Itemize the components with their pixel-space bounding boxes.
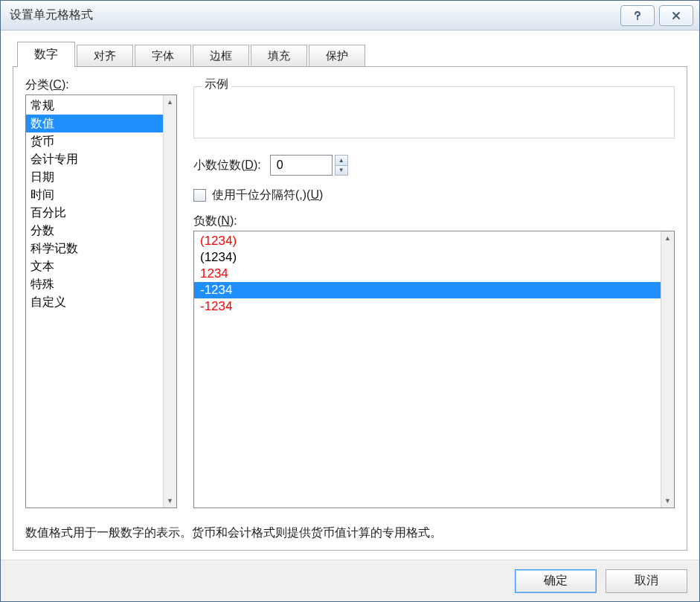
scroll-up-button[interactable]: ▲ <box>165 97 176 107</box>
decimal-input[interactable] <box>270 155 333 176</box>
category-label: 分类(C): <box>25 77 177 93</box>
negative-section: 负数(N): (1234)(1234)1234-1234-1234 ▲ ▼ <box>193 214 675 508</box>
category-item[interactable]: 常规 <box>26 97 163 115</box>
category-item[interactable]: 日期 <box>26 168 163 186</box>
negative-item[interactable]: 1234 <box>194 266 661 282</box>
negative-scrollbar[interactable]: ▲ ▼ <box>661 231 674 507</box>
negative-item[interactable]: (1234) <box>194 233 661 249</box>
tab-4[interactable]: 填充 <box>251 45 307 67</box>
decimal-spin-up[interactable]: ▲ <box>335 156 347 166</box>
thousands-checkbox[interactable] <box>193 189 206 202</box>
thousands-label: 使用千位分隔符(,)(U) <box>212 188 323 203</box>
help-icon <box>632 10 643 21</box>
format-description: 数值格式用于一般数字的表示。货币和会计格式则提供货币值计算的专用格式。 <box>25 525 675 541</box>
tab-0[interactable]: 数字 <box>17 42 75 67</box>
ok-button[interactable]: 确定 <box>515 569 597 593</box>
example-legend: 示例 <box>202 77 231 92</box>
dialog-window: 设置单元格格式 数字对齐字体边框填充保护 分类(C): <box>0 0 700 602</box>
cancel-button[interactable]: 取消 <box>606 569 687 593</box>
category-item[interactable]: 时间 <box>26 186 163 204</box>
thousands-row: 使用千位分隔符(,)(U) <box>193 188 675 203</box>
category-item[interactable]: 百分比 <box>26 204 163 222</box>
scroll-down-button[interactable]: ▼ <box>165 496 176 506</box>
category-item[interactable]: 数值 <box>26 115 163 132</box>
dialog-body: 数字对齐字体边框填充保护 分类(C): 常规数值货币会计专用日期时间百分比分数科… <box>1 31 699 560</box>
help-button[interactable] <box>620 5 655 26</box>
tab-panel-number: 分类(C): 常规数值货币会计专用日期时间百分比分数科学记数文本特殊自定义 ▲ … <box>13 66 687 551</box>
category-listbox[interactable]: 常规数值货币会计专用日期时间百分比分数科学记数文本特殊自定义 ▲ ▼ <box>25 95 177 508</box>
decimal-spin-buttons: ▲ ▼ <box>335 155 348 176</box>
titlebar: 设置单元格格式 <box>1 1 699 31</box>
panel-row: 分类(C): 常规数值货币会计专用日期时间百分比分数科学记数文本特殊自定义 ▲ … <box>25 77 675 508</box>
negative-listbox[interactable]: (1234)(1234)1234-1234-1234 ▲ ▼ <box>193 231 675 508</box>
tab-2[interactable]: 字体 <box>135 45 191 67</box>
negative-label: 负数(N): <box>193 214 675 229</box>
decimal-spinner: ▲ ▼ <box>270 155 348 176</box>
category-item[interactable]: 分数 <box>26 222 163 240</box>
negative-item[interactable]: (1234) <box>194 249 661 266</box>
category-item[interactable]: 货币 <box>26 132 163 150</box>
category-list-inner: 常规数值货币会计专用日期时间百分比分数科学记数文本特殊自定义 <box>26 95 163 507</box>
negative-list-inner: (1234)(1234)1234-1234-1234 <box>194 231 661 507</box>
decimal-row: 小数位数(D): ▲ ▼ <box>193 155 675 176</box>
example-value <box>194 87 674 99</box>
scroll-track[interactable] <box>164 107 176 496</box>
decimal-label: 小数位数(D): <box>193 158 261 173</box>
scroll-down-button[interactable]: ▼ <box>663 496 673 506</box>
tab-5[interactable]: 保护 <box>309 45 365 67</box>
category-item[interactable]: 会计专用 <box>26 150 163 168</box>
negative-item[interactable]: -1234 <box>194 298 661 315</box>
negative-item[interactable]: -1234 <box>194 282 661 298</box>
settings-column: 示例 小数位数(D): ▲ ▼ <box>193 77 675 508</box>
category-item[interactable]: 特殊 <box>26 275 163 293</box>
scroll-track[interactable] <box>661 243 674 496</box>
tab-3[interactable]: 边框 <box>193 45 249 67</box>
window-title: 设置单元格格式 <box>10 7 616 23</box>
category-item[interactable]: 科学记数 <box>26 240 163 257</box>
dialog-footer: 确定 取消 <box>1 560 699 601</box>
tabstrip: 数字对齐字体边框填充保护 <box>17 41 687 66</box>
scroll-up-button[interactable]: ▲ <box>663 233 673 243</box>
category-scrollbar[interactable]: ▲ ▼ <box>163 95 176 507</box>
category-item[interactable]: 自定义 <box>26 293 163 311</box>
category-column: 分类(C): 常规数值货币会计专用日期时间百分比分数科学记数文本特殊自定义 ▲ … <box>25 77 177 508</box>
tab-1[interactable]: 对齐 <box>77 45 133 67</box>
close-button[interactable] <box>659 5 693 26</box>
category-item[interactable]: 文本 <box>26 257 163 275</box>
decimal-spin-down[interactable]: ▼ <box>335 166 347 176</box>
example-box: 示例 <box>193 86 675 138</box>
close-icon <box>671 10 681 21</box>
